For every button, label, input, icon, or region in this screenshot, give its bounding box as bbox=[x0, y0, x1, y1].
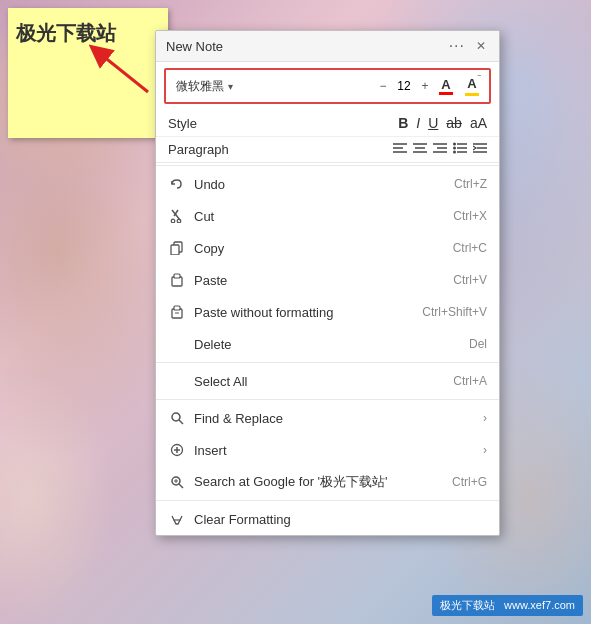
font-selector[interactable]: 微软雅黑 ▾ bbox=[176, 78, 369, 95]
select-all-label: Select All bbox=[194, 374, 433, 389]
title-controls: ··· ✕ bbox=[449, 37, 489, 55]
clear-formatting-label: Clear Formatting bbox=[194, 512, 487, 527]
font-highlight-button[interactable]: A ‾ bbox=[465, 76, 479, 96]
bold-button[interactable]: B bbox=[398, 115, 408, 131]
context-menu-window: New Note ··· ✕ 微软雅黑 ▾ − 12 + A A ‾ bbox=[155, 30, 500, 536]
cut-label: Cut bbox=[194, 209, 433, 224]
indent-button[interactable] bbox=[473, 142, 487, 157]
svg-point-23 bbox=[177, 219, 181, 223]
font-size-decrease-button[interactable]: − bbox=[375, 78, 391, 94]
font-name-label: 微软雅黑 bbox=[176, 78, 224, 95]
title-bar: New Note ··· ✕ bbox=[156, 31, 499, 62]
align-right-button[interactable] bbox=[433, 142, 447, 157]
svg-rect-25 bbox=[171, 245, 179, 255]
copy-shortcut: Ctrl+C bbox=[453, 241, 487, 255]
menu-item-search-google[interactable]: Search at Google for '极光下载站' Ctrl+G bbox=[156, 466, 499, 498]
paste-shortcut: Ctrl+V bbox=[453, 273, 487, 287]
undo-shortcut: Ctrl+Z bbox=[454, 177, 487, 191]
case-button[interactable]: aA bbox=[470, 115, 487, 131]
paragraph-buttons bbox=[393, 142, 487, 157]
red-arrow bbox=[78, 42, 158, 105]
divider-1 bbox=[156, 165, 499, 166]
select-all-shortcut: Ctrl+A bbox=[453, 374, 487, 388]
find-icon bbox=[168, 409, 186, 427]
svg-line-1 bbox=[98, 52, 148, 92]
font-dropdown-icon[interactable]: ▾ bbox=[228, 81, 233, 92]
svg-rect-27 bbox=[174, 274, 180, 278]
watermark-text: 极光下载站 bbox=[440, 599, 495, 611]
menu-item-select-all[interactable]: Select All Ctrl+A bbox=[156, 365, 499, 397]
copy-icon bbox=[168, 239, 186, 257]
style-buttons: B I U ab aA bbox=[398, 115, 487, 131]
paste-plain-icon bbox=[168, 303, 186, 321]
paragraph-label: Paragraph bbox=[168, 142, 229, 157]
cut-icon bbox=[168, 207, 186, 225]
bullet-list-button[interactable] bbox=[453, 142, 467, 157]
menu-item-cut[interactable]: Cut Ctrl+X bbox=[156, 200, 499, 232]
font-size-increase-button[interactable]: + bbox=[417, 78, 433, 94]
divider-2 bbox=[156, 362, 499, 363]
menu-item-paste-plain[interactable]: Paste without formatting Ctrl+Shift+V bbox=[156, 296, 499, 328]
font-size-controls: − 12 + bbox=[375, 78, 433, 94]
divider-3 bbox=[156, 399, 499, 400]
insert-icon bbox=[168, 441, 186, 459]
svg-point-13 bbox=[453, 147, 456, 150]
delete-label: Delete bbox=[194, 337, 449, 352]
close-button[interactable]: ✕ bbox=[473, 38, 489, 54]
highlight-bar bbox=[465, 93, 479, 96]
svg-rect-29 bbox=[174, 306, 180, 310]
svg-point-11 bbox=[453, 143, 456, 146]
underline-button[interactable]: U bbox=[428, 115, 438, 131]
highlight-letter: A ‾ bbox=[467, 76, 476, 91]
menu-item-delete[interactable]: Delete Del bbox=[156, 328, 499, 360]
menu-item-find-replace[interactable]: Find & Replace › bbox=[156, 402, 499, 434]
menu-item-copy[interactable]: Copy Ctrl+C bbox=[156, 232, 499, 264]
find-replace-arrow: › bbox=[483, 411, 487, 425]
search-google-icon bbox=[168, 473, 186, 491]
window-title: New Note bbox=[166, 39, 223, 54]
undo-icon bbox=[168, 175, 186, 193]
menu-item-undo[interactable]: Undo Ctrl+Z bbox=[156, 168, 499, 200]
font-color-button[interactable]: A bbox=[439, 78, 453, 95]
underline-indicator: ‾ bbox=[478, 75, 481, 85]
font-color-bar bbox=[439, 92, 453, 95]
svg-point-31 bbox=[172, 413, 180, 421]
insert-arrow: › bbox=[483, 443, 487, 457]
copy-label: Copy bbox=[194, 241, 433, 256]
paste-icon bbox=[168, 271, 186, 289]
align-left-button[interactable] bbox=[393, 142, 407, 157]
watermark: 极光下载站 www.xef7.com bbox=[432, 595, 583, 616]
paste-plain-label: Paste without formatting bbox=[194, 305, 402, 320]
delete-shortcut: Del bbox=[469, 337, 487, 351]
menu-item-clear-formatting[interactable]: Clear Formatting bbox=[156, 503, 499, 535]
clear-formatting-icon bbox=[168, 510, 186, 528]
font-toolbar: 微软雅黑 ▾ − 12 + A A ‾ bbox=[164, 68, 491, 104]
strikethrough-button[interactable]: ab bbox=[446, 115, 462, 131]
svg-point-22 bbox=[171, 219, 175, 223]
delete-icon bbox=[168, 335, 186, 353]
paste-plain-shortcut: Ctrl+Shift+V bbox=[422, 305, 487, 319]
font-size-value: 12 bbox=[395, 79, 413, 93]
search-google-label: Search at Google for '极光下载站' bbox=[194, 473, 432, 491]
align-center-button[interactable] bbox=[413, 142, 427, 157]
menu-item-insert[interactable]: Insert › bbox=[156, 434, 499, 466]
italic-button[interactable]: I bbox=[416, 115, 420, 131]
svg-line-37 bbox=[179, 484, 183, 488]
font-color-letter: A bbox=[441, 78, 450, 91]
svg-line-32 bbox=[179, 420, 183, 424]
find-replace-label: Find & Replace bbox=[194, 411, 483, 426]
insert-label: Insert bbox=[194, 443, 483, 458]
style-row: Style B I U ab aA bbox=[156, 110, 499, 137]
svg-line-20 bbox=[172, 210, 180, 220]
cut-shortcut: Ctrl+X bbox=[453, 209, 487, 223]
more-options-icon[interactable]: ··· bbox=[449, 37, 465, 55]
style-label: Style bbox=[168, 116, 197, 131]
paragraph-row: Paragraph bbox=[156, 137, 499, 163]
search-google-shortcut: Ctrl+G bbox=[452, 475, 487, 489]
paste-label: Paste bbox=[194, 273, 433, 288]
menu-item-paste[interactable]: Paste Ctrl+V bbox=[156, 264, 499, 296]
watermark-url: www.xef7.com bbox=[504, 599, 575, 611]
divider-4 bbox=[156, 500, 499, 501]
select-all-icon bbox=[168, 372, 186, 390]
svg-point-15 bbox=[453, 151, 456, 154]
